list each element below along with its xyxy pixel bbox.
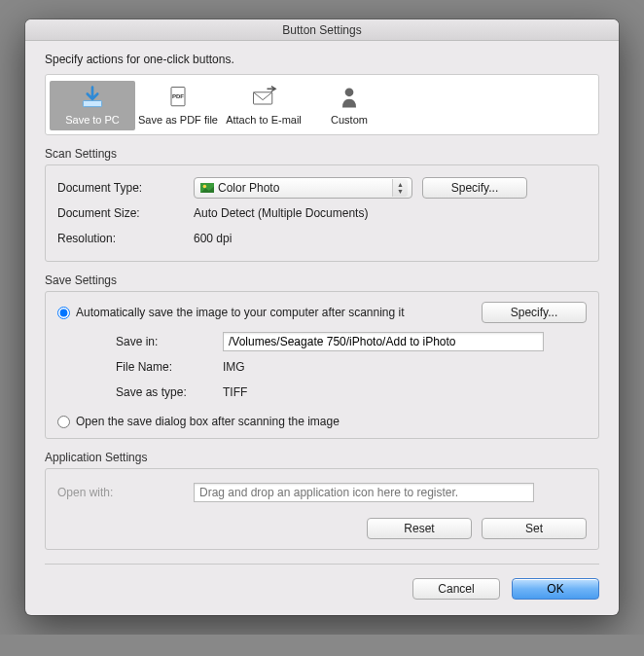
- svg-point-4: [345, 88, 354, 96]
- action-attach-email[interactable]: Attach to E-mail: [221, 81, 306, 130]
- auto-save-radio[interactable]: [57, 307, 70, 319]
- instruction-text: Specify actions for one-click buttons.: [45, 53, 599, 66]
- action-label: Save to PC: [52, 114, 133, 127]
- scan-specify-button[interactable]: Specify...: [422, 177, 527, 199]
- save-settings-heading: Save Settings: [45, 273, 599, 287]
- save-settings-panel: Automatically save the image to your com…: [45, 291, 599, 439]
- save-in-input[interactable]: [223, 332, 544, 351]
- button-label: Set: [525, 522, 543, 535]
- titlebar: Button Settings: [25, 19, 619, 41]
- document-type-value: Color Photo: [218, 181, 392, 195]
- open-with-input[interactable]: [194, 483, 534, 502]
- action-save-to-pc[interactable]: Save to PC: [50, 81, 135, 130]
- svg-text:PDF: PDF: [172, 92, 184, 99]
- save-in-label: Save in:: [116, 335, 223, 348]
- footer-separator: [45, 564, 599, 565]
- email-icon: [223, 83, 304, 112]
- button-label: Reset: [404, 522, 434, 535]
- app-settings-heading: Application Settings: [45, 451, 599, 464]
- action-save-as-pdf[interactable]: PDF Save as PDF file: [135, 81, 221, 130]
- button-label: Cancel: [438, 582, 474, 596]
- open-with-label: Open with:: [57, 486, 194, 499]
- resolution-value: 600 dpi: [194, 232, 587, 245]
- action-label: Save as PDF file: [137, 114, 219, 127]
- dialog-footer: Cancel OK: [45, 578, 599, 600]
- button-label: Specify...: [451, 181, 498, 195]
- scan-settings-panel: Document Type: Color Photo ▲▼ Specify...: [45, 164, 599, 262]
- color-photo-icon: [200, 182, 214, 194]
- dialog-window: Button Settings Specify actions for one-…: [25, 19, 619, 615]
- open-dialog-radio[interactable]: [57, 416, 70, 428]
- reset-button[interactable]: Reset: [367, 518, 472, 539]
- save-to-pc-icon: [52, 83, 133, 112]
- custom-icon: [308, 83, 390, 112]
- window-title: Button Settings: [282, 23, 361, 37]
- save-specify-button[interactable]: Specify...: [482, 302, 587, 323]
- save-as-type-value: TIFF: [223, 385, 587, 399]
- document-size-label: Document Size:: [57, 206, 194, 220]
- file-name-value: IMG: [223, 360, 587, 374]
- open-dialog-option[interactable]: Open the save dialog box after scanning …: [57, 415, 587, 428]
- save-as-type-label: Save as type:: [116, 385, 223, 399]
- document-type-label: Document Type:: [57, 181, 194, 195]
- document-type-dropdown[interactable]: Color Photo ▲▼: [194, 177, 412, 199]
- action-custom[interactable]: Custom: [306, 81, 392, 130]
- cancel-button[interactable]: Cancel: [412, 578, 500, 600]
- action-label: Attach to E-mail: [223, 114, 304, 127]
- auto-save-label: Automatically save the image to your com…: [76, 306, 405, 319]
- open-dialog-label: Open the save dialog box after scanning …: [76, 415, 340, 428]
- pdf-icon: PDF: [137, 83, 219, 112]
- content-area: Specify actions for one-click buttons. S…: [25, 41, 619, 615]
- auto-save-option[interactable]: Automatically save the image to your com…: [57, 306, 405, 319]
- resolution-label: Resolution:: [57, 232, 194, 245]
- ok-button[interactable]: OK: [512, 578, 599, 600]
- action-toolbar: Save to PC PDF Save as PDF file Attach t…: [45, 74, 599, 135]
- file-name-label: File Name:: [116, 360, 223, 374]
- action-label: Custom: [308, 114, 390, 127]
- button-label: Specify...: [511, 306, 557, 319]
- svg-point-6: [203, 184, 207, 188]
- app-settings-panel: Open with: Reset Set: [45, 468, 599, 550]
- set-button[interactable]: Set: [482, 518, 587, 539]
- chevron-updown-icon: ▲▼: [392, 179, 408, 197]
- button-label: OK: [547, 582, 563, 596]
- document-size-value: Auto Detect (Multiple Documents): [194, 206, 587, 220]
- svg-rect-0: [83, 101, 101, 107]
- scan-settings-heading: Scan Settings: [45, 147, 599, 161]
